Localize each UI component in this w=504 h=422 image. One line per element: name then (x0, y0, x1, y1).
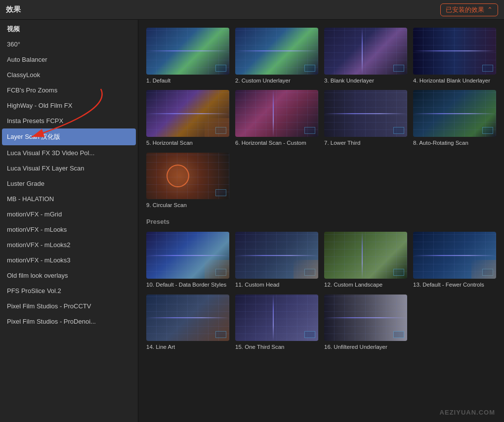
thumb-item-3[interactable]: 3. Blank Underlayer (324, 28, 407, 84)
thumb-label-3: 3. Blank Underlayer (324, 77, 407, 84)
thumb-image-5 (146, 90, 229, 137)
sidebar-items-list: 360°Auto BalancerClassyLookFCB's Pro Zoo… (0, 37, 138, 329)
sidebar-item-luca-vfx-layer[interactable]: Luca Visual FX Layer Scan (0, 161, 138, 176)
accent-overlay-5 (205, 118, 229, 137)
thumb-item-2[interactable]: 2. Custom Underlayer (235, 28, 318, 84)
thumb-item-16[interactable]: 16. Unfiltered Underlayer (324, 295, 407, 351)
scan-line-12 (362, 232, 363, 279)
thumb-image-10 (146, 232, 229, 279)
sidebar-item-insta-presets[interactable]: Insta Presets FCPX (0, 113, 138, 128)
scan-line-8 (413, 113, 496, 114)
sidebar-item-auto-balancer[interactable]: Auto Balancer (0, 52, 138, 67)
sidebar-item-motionvfx-mgrid[interactable]: motionVFX - mGrid (0, 207, 138, 222)
sidebar-item-fcb-pro-zooms[interactable]: FCB's Pro Zooms (0, 83, 138, 98)
accent-overlay-13 (471, 260, 496, 279)
sidebar-item-layer-scan[interactable]: Layer Scan 汉化版 (2, 128, 136, 145)
hud-box-15 (304, 331, 315, 338)
scan-line-7 (324, 113, 407, 114)
thumb-label-14: 14. Line Art (146, 343, 229, 351)
content-area: 1. Default2. Custom Underlayer3. Blank U… (138, 20, 504, 422)
thumb-label-15: 15. One Third Scan (235, 343, 318, 351)
hud-box-16 (393, 331, 404, 338)
effects-grid: 1. Default2. Custom Underlayer3. Blank U… (146, 28, 496, 209)
sidebar-item-pixel-film-procctv[interactable]: Pixel Film Studios - ProCCTV (0, 298, 138, 314)
presets-grid: 10. Default - Data Border Styles11. Cust… (146, 232, 496, 351)
scan-line-3 (362, 28, 363, 75)
thumb-image-2 (235, 28, 318, 75)
sidebar-item-old-film[interactable]: Old film look overlays (0, 268, 138, 283)
hud-box-2 (304, 65, 315, 72)
sidebar: 视频 360°Auto BalancerClassyLookFCB's Pro … (0, 20, 138, 422)
thumb-image-8 (413, 90, 496, 137)
filter-button-label: 已安装的效果 (446, 5, 484, 14)
thumb-item-9[interactable]: 9. Circular Scan (146, 153, 229, 209)
thumb-item-15[interactable]: 15. One Third Scan (235, 295, 318, 351)
thumb-label-11: 11. Custom Head (235, 281, 318, 289)
thumb-item-6[interactable]: 6. Horizontal Scan - Custom (235, 90, 318, 146)
scan-line-4 (413, 50, 496, 51)
thumb-label-1: 1. Default (146, 77, 229, 84)
hud-box-1 (215, 65, 226, 72)
chevron-icon: ⌃ (487, 6, 493, 13)
thumb-image-11 (235, 232, 318, 279)
sidebar-section-video: 视频 (0, 20, 138, 37)
thumb-item-8[interactable]: 8. Auto-Rotating Scan (413, 90, 496, 146)
thumb-label-5: 5. Horizontal Scan (146, 139, 229, 147)
sidebar-item-motionvfx-mlooks2[interactable]: motionVFX - mLooks2 (0, 237, 138, 253)
hud-box-6 (304, 127, 315, 134)
hud-box-8 (482, 127, 493, 134)
thumb-image-7 (324, 90, 407, 137)
sidebar-item-mb-halation[interactable]: MB - HALATION (0, 191, 138, 207)
scan-line-1 (146, 50, 229, 51)
sidebar-item-highway-old-film[interactable]: HighWay - Old Film FX (0, 98, 138, 113)
scan-line-11 (235, 255, 318, 256)
thumb-label-8: 8. Auto-Rotating Scan (413, 139, 496, 147)
thumb-label-2: 2. Custom Underlayer (235, 77, 318, 84)
thumb-item-7[interactable]: 7. Lower Third (324, 90, 407, 146)
thumb-item-12[interactable]: 12. Custom Landscape (324, 232, 407, 288)
thumb-label-9: 9. Circular Scan (146, 202, 229, 209)
sidebar-item-motionvfx-mlooks3[interactable]: motionVFX - mLooks3 (0, 253, 138, 268)
thumb-label-7: 7. Lower Third (324, 139, 407, 147)
thumb-item-10[interactable]: 10. Default - Data Border Styles (146, 232, 229, 288)
main-layout: 视频 360°Auto BalancerClassyLookFCB's Pro … (0, 20, 504, 422)
scan-line-2 (235, 50, 318, 51)
filter-button[interactable]: 已安装的效果 ⌃ (440, 3, 498, 16)
thumb-item-5[interactable]: 5. Horizontal Scan (146, 90, 229, 146)
thumb-image-1 (146, 28, 229, 75)
thumb-image-6 (235, 90, 318, 137)
thumb-item-4[interactable]: 4. Horizontal Blank Underlayer (413, 28, 496, 84)
sidebar-item-luca-vfx-3d[interactable]: Luca Visual FX 3D Video Pol... (0, 145, 138, 161)
sidebar-item-luster-grade[interactable]: Luster Grade (0, 176, 138, 191)
hud-box-12 (393, 269, 404, 276)
thumb-label-13: 13. Default - Fewer Controls (413, 281, 496, 289)
accent-overlay-10 (205, 260, 229, 279)
thumb-image-15 (235, 295, 318, 341)
thumb-image-16 (324, 295, 407, 341)
thumb-image-3 (324, 28, 407, 75)
thumb-item-1[interactable]: 1. Default (146, 28, 229, 84)
scan-line-6 (273, 90, 274, 137)
scan-line-15 (273, 295, 274, 341)
thumb-label-4: 4. Horizontal Blank Underlayer (413, 77, 496, 84)
sidebar-item-motionvfx-mlooks[interactable]: motionVFX - mLooks (0, 222, 138, 237)
thumb-image-12 (324, 232, 407, 279)
sidebar-item-pfs-proslice[interactable]: PFS ProSlice Vol.2 (0, 283, 138, 298)
presets-separator: Presets (146, 217, 496, 226)
sidebar-item-360[interactable]: 360° (0, 37, 138, 52)
watermark: AEZIYUAN.COM (440, 409, 495, 416)
accent-overlay-11 (294, 260, 318, 279)
thumb-item-13[interactable]: 13. Default - Fewer Controls (413, 232, 496, 288)
thumb-item-11[interactable]: 11. Custom Head (235, 232, 318, 288)
hud-box-9 (215, 189, 226, 196)
scan-line-14 (146, 317, 229, 318)
thumb-item-14[interactable]: 14. Line Art (146, 295, 229, 351)
sidebar-item-classylook[interactable]: ClassyLook (0, 67, 138, 83)
sidebar-item-pixel-film-prodenoii[interactable]: Pixel Film Studios - ProDenoi... (0, 314, 138, 329)
circle-overlay-9 (167, 165, 189, 187)
thumb-label-16: 16. Unfiltered Underlayer (324, 343, 407, 351)
scan-line-10 (146, 255, 229, 256)
page-title: 效果 (6, 5, 21, 14)
hud-box-3 (393, 65, 404, 72)
scan-line-16 (324, 317, 407, 318)
